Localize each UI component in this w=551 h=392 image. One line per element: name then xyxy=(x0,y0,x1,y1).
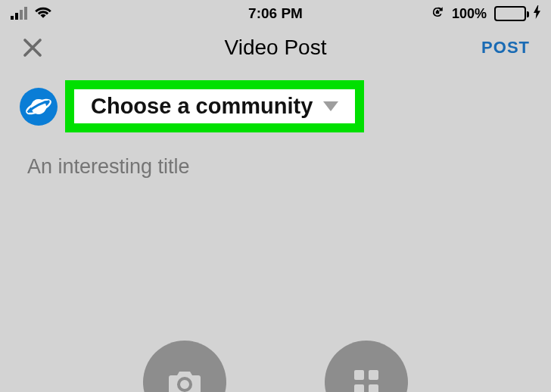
planet-icon xyxy=(20,88,58,126)
status-bar: 7:06 PM 100% xyxy=(0,0,551,26)
wifi-icon xyxy=(35,5,51,23)
actions-row xyxy=(0,341,551,392)
status-right: 100% xyxy=(431,5,540,23)
post-button[interactable]: POST xyxy=(481,38,530,58)
svg-rect-6 xyxy=(369,384,378,392)
battery-icon xyxy=(494,6,526,21)
community-row: Choose a community xyxy=(0,73,551,140)
title-placeholder: An interesting title xyxy=(27,155,190,178)
camera-icon xyxy=(167,364,203,392)
grid-icon xyxy=(348,364,384,392)
battery-pct: 100% xyxy=(452,6,487,22)
title-input[interactable]: An interesting title xyxy=(0,140,551,182)
svg-rect-3 xyxy=(354,370,364,380)
page-title: Video Post xyxy=(225,36,327,60)
community-dropdown-label: Choose a community xyxy=(91,94,313,119)
status-left xyxy=(11,5,51,23)
nav-bar: Video Post POST xyxy=(0,26,551,73)
rotation-lock-icon xyxy=(431,5,444,23)
status-time: 7:06 PM xyxy=(248,5,303,22)
chevron-down-icon xyxy=(323,101,338,111)
camera-button[interactable] xyxy=(143,341,226,392)
signal-icon xyxy=(11,8,27,20)
community-dropdown[interactable]: Choose a community xyxy=(65,80,364,132)
charging-icon xyxy=(534,5,540,23)
svg-rect-5 xyxy=(354,384,364,392)
grid-button[interactable] xyxy=(325,341,408,392)
close-icon[interactable] xyxy=(21,36,44,59)
svg-rect-4 xyxy=(369,370,378,380)
